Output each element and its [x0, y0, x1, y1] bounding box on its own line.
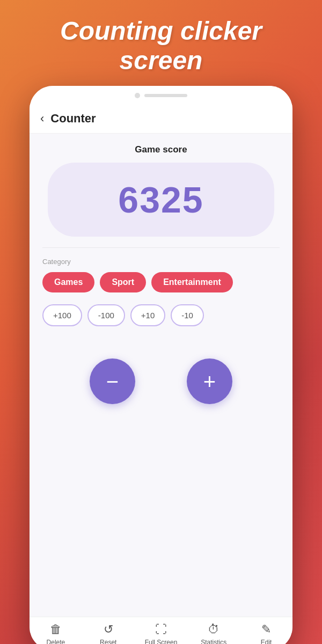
btn-plus10[interactable]: +10 — [130, 304, 165, 326]
delete-icon: 🗑 — [50, 623, 62, 636]
nav-statistics[interactable]: ⏱ Statistics — [197, 623, 230, 644]
camera-dot — [135, 93, 140, 98]
chip-sport[interactable]: Sport — [100, 272, 146, 292]
app-header: ‹ Counter — [30, 105, 292, 134]
nav-fullscreen-label: Full Screen — [145, 639, 178, 644]
score-section: Game score 6325 — [42, 144, 280, 237]
page-title: Counter — [50, 112, 96, 126]
chip-games[interactable]: Games — [42, 272, 94, 292]
btn-plus100[interactable]: +100 — [42, 304, 82, 326]
nav-delete-label: Delete — [47, 639, 65, 644]
bottom-nav: 🗑 Delete ↺ Reset ⛶ Full Screen ⏱ Statist… — [30, 617, 292, 644]
category-chips: Games Sport Entertainment — [42, 272, 280, 292]
score-display: 6325 — [48, 163, 274, 237]
btn-minus100[interactable]: -100 — [87, 304, 125, 326]
score-value: 6325 — [118, 179, 203, 220]
nav-reset[interactable]: ↺ Reset — [92, 623, 125, 644]
edit-icon: ✎ — [261, 623, 271, 636]
category-label: Category — [42, 258, 280, 266]
score-label: Game score — [42, 144, 280, 155]
reset-icon: ↺ — [104, 623, 113, 636]
back-button[interactable]: ‹ — [40, 112, 44, 126]
phone-frame: ‹ Counter Game score 6325 Category Games… — [0, 86, 322, 644]
chip-entertainment[interactable]: Entertainment — [151, 272, 233, 292]
phone-body: ‹ Counter Game score 6325 Category Games… — [30, 86, 292, 644]
nav-edit-label: Edit — [261, 639, 272, 644]
action-buttons: − + — [42, 342, 280, 415]
statistics-icon: ⏱ — [208, 623, 219, 636]
nav-statistics-label: Statistics — [201, 639, 226, 644]
decrement-button[interactable]: − — [90, 358, 135, 404]
nav-edit[interactable]: ✎ Edit — [250, 623, 282, 644]
divider-1 — [42, 247, 280, 248]
minus-icon: − — [106, 371, 119, 392]
plus-icon: + — [203, 371, 216, 392]
increment-button[interactable]: + — [187, 358, 232, 404]
increment-buttons: +100 -100 +10 -10 — [42, 304, 280, 326]
speaker-bar — [144, 94, 187, 97]
nav-reset-label: Reset — [100, 639, 116, 644]
fullscreen-icon: ⛶ — [155, 623, 167, 636]
nav-delete[interactable]: 🗑 Delete — [40, 623, 72, 644]
phone-notch — [30, 86, 292, 105]
btn-minus10[interactable]: -10 — [171, 304, 204, 326]
app-content: Game score 6325 Category Games Sport Ent… — [30, 134, 292, 617]
hero-title: Counting clicker screen — [0, 0, 322, 86]
nav-fullscreen[interactable]: ⛶ Full Screen — [145, 623, 178, 644]
